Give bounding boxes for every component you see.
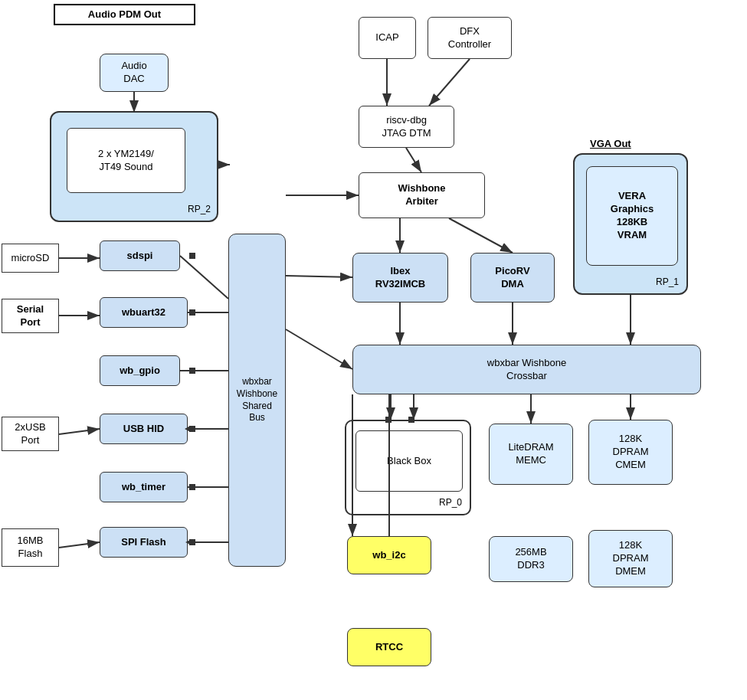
svg-rect-6 — [189, 253, 195, 259]
svg-line-24 — [429, 59, 470, 106]
picorv-block: PicoRV DMA — [470, 253, 555, 303]
svg-line-18 — [59, 542, 100, 548]
wb-timer-block: wb_timer — [100, 472, 188, 502]
serial-port-block: Serial Port — [2, 299, 59, 333]
black-box-inner: Black Box — [355, 430, 463, 492]
usb-port-label: 2xUSB Port — [2, 417, 59, 451]
rtcc-block: RTCC — [347, 628, 431, 666]
vera-inner: VERA Graphics 128KB VRAM — [586, 166, 678, 266]
wb-gpio-block: wb_gpio — [100, 355, 180, 386]
icap-block: ICAP — [359, 17, 416, 59]
spi-flash-block: SPI Flash — [100, 527, 188, 558]
audio-dac-block: Audio DAC — [100, 54, 169, 92]
rp0-label: RP_0 — [439, 497, 462, 508]
svg-line-21 — [286, 276, 352, 277]
wb-i2c-block: wb_i2c — [347, 536, 431, 574]
svg-rect-17 — [189, 484, 195, 490]
dpram-dmem-block: 128K DPRAM DMEM — [588, 530, 673, 587]
svg-line-5 — [180, 256, 228, 299]
flash-label: 16MB Flash — [2, 528, 59, 567]
svg-rect-14 — [189, 426, 195, 432]
usb-hid-block: USB HID — [100, 414, 188, 444]
svg-rect-9 — [189, 309, 195, 316]
wbxbar-shared-bus: wbxbar Wishbone Shared Bus — [228, 234, 286, 567]
svg-line-27 — [449, 218, 513, 253]
dpram-cmem-block: 128K DPRAM CMEM — [588, 420, 673, 485]
dfx-block: DFX Controller — [428, 17, 512, 59]
black-box-container: Black Box RP_0 — [345, 420, 471, 515]
vera-container: VERA Graphics 128KB VRAM RP_1 — [573, 153, 688, 295]
ym2149-inner: 2 x YM2149/ JT49 Sound — [67, 128, 185, 193]
wbuart32-block: wbuart32 — [100, 297, 188, 328]
svg-line-25 — [406, 148, 421, 172]
audio-pdm-out-label: Audio PDM Out — [54, 4, 195, 25]
wbxbar-crossbar-block: wbxbar Wishbone Crossbar — [352, 345, 701, 394]
litedram-block: LiteDRAM MEMC — [489, 424, 573, 485]
svg-rect-20 — [189, 539, 195, 545]
wishbone-arbiter-block: Wishbone Arbiter — [359, 172, 485, 218]
ibex-block: Ibex RV32IMCB — [352, 253, 448, 303]
rp2-label: RP_2 — [188, 204, 211, 214]
ddr3-block: 256MB DDR3 — [489, 536, 573, 582]
architecture-diagram: Audio PDM Out Audio DAC 2 x YM2149/ JT49… — [0, 0, 747, 700]
sdspi-block: sdspi — [100, 240, 180, 271]
svg-line-22 — [286, 329, 352, 369]
rp1-label: RP_1 — [656, 276, 679, 287]
microsd-block: microSD — [2, 244, 59, 273]
svg-rect-11 — [189, 368, 195, 374]
svg-line-12 — [59, 429, 100, 434]
ym2149-container: 2 x YM2149/ JT49 Sound RP_2 — [50, 111, 218, 222]
vga-out-label: VGA Out — [590, 138, 631, 149]
riscv-dbg-block: riscv-dbg JTAG DTM — [359, 106, 454, 148]
